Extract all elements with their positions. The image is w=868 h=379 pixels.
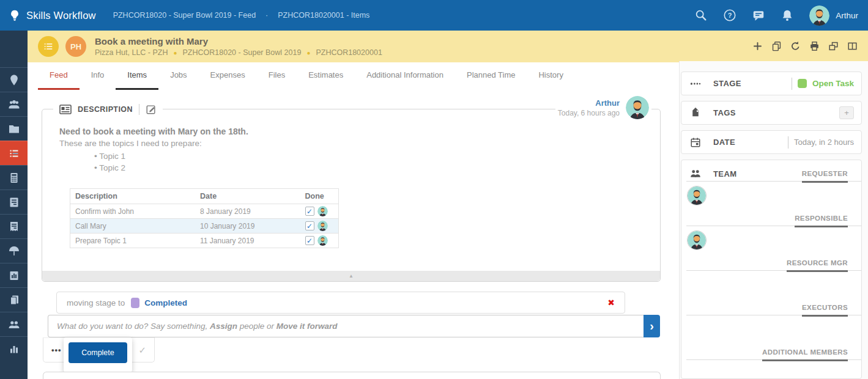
- composer: What do you want to do? Say something, A…: [48, 315, 660, 337]
- sidebar-item-items-active[interactable]: [0, 141, 28, 165]
- split-view-icon[interactable]: [847, 40, 858, 52]
- bar-chart-icon: [8, 343, 20, 355]
- description-legend: DESCRIPTION: [53, 102, 163, 117]
- tab-files[interactable]: Files: [257, 61, 297, 90]
- skills-workflow-app: Skills Workflow PZHCOR18020 - Super Bowl…: [0, 0, 868, 379]
- sidebar-item-people[interactable]: [0, 312, 28, 336]
- separator-dot: ●: [306, 50, 310, 56]
- header-actions: [752, 40, 858, 52]
- windows-icon[interactable]: [828, 40, 839, 52]
- tab-feed[interactable]: Feed: [38, 61, 80, 90]
- breadcrumb: PZHCOR18020 - Super Bowl 2019 - Feed · P…: [113, 11, 370, 20]
- sidebar-item-copies[interactable]: [0, 287, 28, 312]
- help-icon[interactable]: ?: [723, 9, 736, 22]
- more-actions-button[interactable]: •••: [51, 345, 62, 355]
- breadcrumb-item[interactable]: PZHCOR18020001 - Items: [278, 11, 369, 20]
- add-icon[interactable]: [752, 40, 763, 52]
- sidebar-item-pin[interactable]: [0, 67, 28, 92]
- description-card: DESCRIPTION Arthur Today, 6 hours ago Ne…: [42, 109, 661, 282]
- collapse-bar[interactable]: ▲: [42, 271, 660, 281]
- role-executors-header: EXECUTORS: [681, 299, 861, 315]
- project-name[interactable]: PZHCOR18020 - Super Bowl 2019: [183, 48, 302, 57]
- author-timestamp: Today, 6 hours ago: [558, 109, 620, 117]
- author-name[interactable]: Arthur: [595, 98, 620, 108]
- stage-name[interactable]: Completed: [144, 298, 187, 307]
- chat-icon[interactable]: [752, 9, 765, 22]
- copies-icon: [8, 294, 20, 306]
- add-tag-button[interactable]: +: [839, 106, 854, 119]
- table-row-highlighted[interactable]: Call Mary 10 January 2019 ✓: [70, 219, 339, 234]
- team-card: TEAM REQUESTER RESPONSIBLE: [681, 160, 862, 379]
- tab-additional-information[interactable]: Additional Information: [355, 61, 455, 90]
- tab-expenses[interactable]: Expenses: [199, 61, 257, 90]
- sidebar-item-contacts[interactable]: [0, 92, 28, 116]
- assignee-avatar: [317, 235, 328, 246]
- author-avatar[interactable]: [626, 96, 649, 119]
- refresh-icon[interactable]: [790, 40, 801, 52]
- next-feed-card: [43, 372, 661, 379]
- role-responsible-header: RESPONSIBLE: [681, 210, 861, 226]
- date-label: DATE: [713, 138, 735, 147]
- sidebar-item-report[interactable]: [0, 263, 28, 287]
- duplicate-icon[interactable]: [771, 40, 782, 52]
- description-card-icon: [59, 104, 72, 115]
- user-avatar[interactable]: [809, 6, 829, 26]
- stage-status-value[interactable]: Open Task: [812, 79, 854, 88]
- svg-text:?: ?: [728, 12, 732, 19]
- confirm-action-icon[interactable]: ✓: [138, 345, 146, 356]
- sidebar-item-umbrella[interactable]: [0, 238, 28, 263]
- tab-info[interactable]: Info: [80, 61, 116, 90]
- item-code[interactable]: PZHCOR18020001: [316, 48, 382, 57]
- job-header: PH Book a meeting with Mary Pizza Hut, L…: [28, 31, 868, 62]
- sidebar-item-receipt[interactable]: [0, 214, 28, 238]
- tab-items[interactable]: Items: [116, 61, 158, 90]
- executors-members: [681, 315, 861, 344]
- complete-button[interactable]: Complete: [69, 342, 127, 363]
- date-value[interactable]: Today, in 2 hours: [794, 138, 854, 147]
- done-checkbox[interactable]: ✓: [305, 236, 314, 245]
- stage-color-chip: [131, 298, 139, 308]
- task-description: Prepare Topic 1: [70, 234, 196, 248]
- done-checkbox[interactable]: ✓: [305, 221, 314, 230]
- tab-planned-time[interactable]: Planned Time: [455, 61, 527, 90]
- tab-history[interactable]: History: [527, 61, 574, 90]
- tags-label: TAGS: [713, 108, 736, 117]
- sidebar-item-calculator[interactable]: [0, 165, 28, 190]
- column-header-date: Date: [195, 189, 300, 204]
- table-row[interactable]: Confirm with John 8 January 2019 ✓: [70, 204, 339, 219]
- client-badge[interactable]: PH: [65, 36, 86, 57]
- item-type-icon[interactable]: [38, 36, 59, 57]
- sidebar-item-document[interactable]: [0, 190, 28, 214]
- role-requester-header: REQUESTER: [681, 165, 861, 182]
- role-label-additional-members: ADDITIONAL MEMBERS: [762, 348, 848, 361]
- role-label-responsible: RESPONSIBLE: [795, 215, 848, 227]
- tab-estimates[interactable]: Estimates: [297, 61, 355, 90]
- send-button[interactable]: ›: [644, 315, 660, 337]
- description-heading: Need to book a meeting with Mary on the …: [59, 127, 643, 136]
- document-icon: [8, 196, 20, 208]
- search-icon[interactable]: [694, 9, 708, 22]
- lightbulb-logo-icon: [9, 9, 21, 22]
- cancel-stage-change-icon[interactable]: ✖: [607, 298, 615, 307]
- composer-input[interactable]: What do you want to do? Say something, A…: [48, 315, 644, 337]
- stage-status-color: [798, 79, 807, 88]
- edit-icon[interactable]: [146, 104, 157, 115]
- done-checkbox[interactable]: ✓: [305, 207, 314, 216]
- table-row[interactable]: Prepare Topic 1 11 January 2019 ✓: [70, 234, 339, 248]
- items-list-icon: [8, 147, 20, 160]
- requester-avatar[interactable]: [688, 186, 706, 205]
- responsible-avatar[interactable]: [688, 231, 706, 249]
- task-date: 10 January 2019: [195, 219, 300, 234]
- task-description: Call Mary: [70, 219, 196, 234]
- tab-jobs[interactable]: Jobs: [158, 61, 198, 90]
- stage-label: STAGE: [713, 79, 741, 88]
- sidebar-item-chart[interactable]: [0, 336, 28, 361]
- breadcrumb-project[interactable]: PZHCOR18020 - Super Bowl 2019 - Feed: [113, 11, 256, 20]
- notifications-bell-icon[interactable]: [781, 9, 794, 22]
- sidebar-item-folder[interactable]: [0, 116, 28, 141]
- print-icon[interactable]: [809, 40, 820, 52]
- user-menu[interactable]: Arthur: [809, 6, 858, 26]
- task-date: 8 January 2019: [195, 204, 300, 219]
- client-name[interactable]: Pizza Hut, LLC - PZH: [95, 48, 168, 57]
- calendar-icon: [690, 137, 708, 148]
